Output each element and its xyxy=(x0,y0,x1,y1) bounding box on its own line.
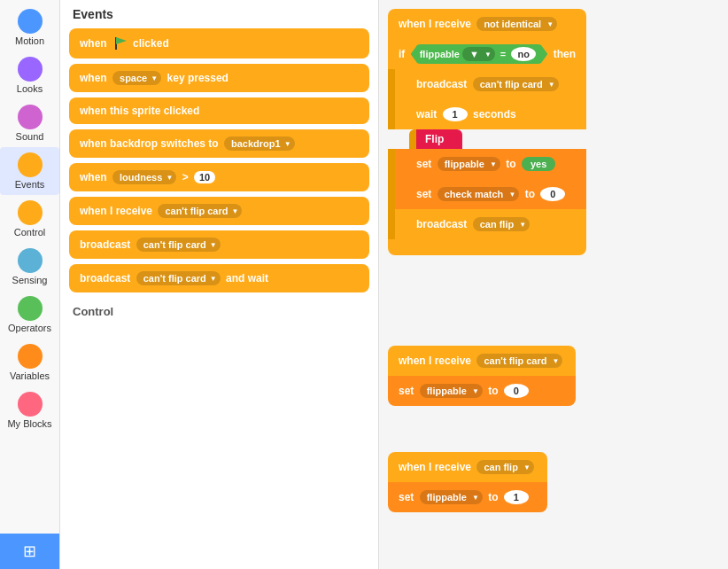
canvas-group-3: when I receive can flip set flippable to… xyxy=(388,452,547,512)
flippable-to-0[interactable]: 0 xyxy=(504,384,529,398)
sidebar-label-looks: Looks xyxy=(17,83,43,94)
variables-dot xyxy=(18,344,43,369)
when-sprite-block[interactable]: when this sprite clicked xyxy=(69,97,369,124)
sidebar-label-sound: Sound xyxy=(16,131,44,142)
broadcast-block[interactable]: broadcast can't flip card xyxy=(69,230,369,259)
svg-marker-1 xyxy=(116,37,127,44)
control-dot xyxy=(18,200,43,225)
sidebar-item-variables[interactable]: Variables xyxy=(0,339,59,386)
canvas-if-block[interactable]: if flippable ▼ = no then xyxy=(388,39,586,69)
backdrop-dropdown[interactable]: backdrop1 xyxy=(224,136,295,151)
canvas-broadcast-dd-1[interactable]: can't flip card xyxy=(473,77,559,91)
canvas-broadcast-1[interactable]: broadcast can't flip card xyxy=(388,69,586,99)
looks-dot xyxy=(18,57,43,82)
canvas-receive-dd-2[interactable]: can't flip card xyxy=(476,354,562,368)
set-checkmatch-dd[interactable]: check match xyxy=(438,187,520,201)
if-end-cap xyxy=(388,239,586,255)
loudness-dropdown[interactable]: loudness xyxy=(112,170,176,184)
control-section-title: Control xyxy=(73,305,369,318)
canvas-when-receive-2[interactable]: when I receive can't flip card xyxy=(388,346,576,376)
when-receive-block[interactable]: when I receive can't flip card xyxy=(69,197,369,225)
flippable-dropdown[interactable]: ▼ xyxy=(462,47,495,61)
sidebar-item-myblocks[interactable]: My Blocks xyxy=(0,386,59,434)
sidebar-item-motion[interactable]: Motion xyxy=(0,4,59,51)
sidebar-item-operators[interactable]: Operators xyxy=(0,291,59,339)
motion-dot xyxy=(18,9,43,34)
checkmatch-value[interactable]: 0 xyxy=(540,187,565,201)
broadcast-dropdown[interactable]: can't flip card xyxy=(136,238,221,252)
sidebar-item-looks[interactable]: Looks xyxy=(0,51,59,99)
sidebar: Motion Looks Sound Events Control Sensin… xyxy=(0,0,60,569)
bottom-toolbar[interactable]: ⊞ xyxy=(0,534,59,569)
flip-label: Flip xyxy=(409,129,462,149)
loudness-value[interactable]: 10 xyxy=(194,171,215,183)
sidebar-label-myblocks: My Blocks xyxy=(7,418,51,429)
space-dropdown[interactable]: space xyxy=(112,71,161,85)
canvas-receive-dd-3[interactable]: can flip xyxy=(476,460,534,474)
blocks-icon: ⊞ xyxy=(23,542,36,561)
sidebar-label-events: Events xyxy=(15,179,45,190)
sidebar-item-events[interactable]: Events xyxy=(0,147,59,195)
sidebar-label-sensing: Sensing xyxy=(12,275,48,285)
when-flag-text: when xyxy=(80,37,110,50)
canvas-group-1: when I receive not identical if flippabl… xyxy=(388,9,586,255)
canvas-group-2: when I receive can't flip card set flipp… xyxy=(388,346,576,406)
canvas-broadcast-canflip[interactable]: broadcast can flip xyxy=(388,209,586,239)
canvas-when-receive-1[interactable]: when I receive not identical xyxy=(388,9,586,39)
sensing-dot xyxy=(18,248,43,273)
sound-dot xyxy=(18,105,43,129)
canvas-set-flippable-1[interactable]: set flippable to yes xyxy=(388,149,586,179)
when-flag-block[interactable]: when clicked xyxy=(69,28,369,58)
sidebar-label-operators: Operators xyxy=(8,323,51,333)
sidebar-label-motion: Motion xyxy=(15,35,44,46)
canvas-set-checkmatch[interactable]: set check match to 0 xyxy=(388,179,586,209)
set-flippable-dd-3[interactable]: flippable xyxy=(420,490,483,504)
canvas-set-flippable-3[interactable]: set flippable to 1 xyxy=(388,482,547,512)
when-flag-clicked: clicked xyxy=(133,37,169,50)
flippable-condition: flippable ▼ = no xyxy=(411,44,548,64)
canvas-wait-1[interactable]: wait 1 seconds xyxy=(388,99,586,129)
operators-dot xyxy=(18,296,43,321)
flag-icon xyxy=(113,35,129,51)
block-panel: Events when clicked when space key press… xyxy=(60,0,379,569)
set-flippable-dd-2[interactable]: flippable xyxy=(420,384,483,398)
wait-value[interactable]: 1 xyxy=(443,107,468,121)
set-flippable-dd[interactable]: flippable xyxy=(438,157,500,171)
sidebar-label-control: Control xyxy=(14,227,45,238)
panel-title: Events xyxy=(69,7,369,21)
flippable-to-1[interactable]: 1 xyxy=(504,490,529,504)
receive-dropdown[interactable]: can't flip card xyxy=(158,204,242,218)
broadcast-wait-block[interactable]: broadcast can't flip card and wait xyxy=(69,264,369,292)
sidebar-item-sound[interactable]: Sound xyxy=(0,99,59,147)
sidebar-item-sensing[interactable]: Sensing xyxy=(0,243,59,291)
canvas-area: when I receive not identical if flippabl… xyxy=(379,0,728,569)
myblocks-dot xyxy=(18,392,43,417)
sidebar-item-control[interactable]: Control xyxy=(0,195,59,243)
canvas-when-receive-3[interactable]: when I receive can flip xyxy=(388,452,547,482)
when-loudness-block[interactable]: when loudness > 10 xyxy=(69,163,369,191)
when-key-block[interactable]: when space key pressed xyxy=(69,64,369,92)
sidebar-label-variables: Variables xyxy=(10,370,50,381)
when-backdrop-block[interactable]: when backdrop switches to backdrop1 xyxy=(69,129,369,158)
broadcast-wait-dropdown[interactable]: can't flip card xyxy=(136,271,221,285)
broadcast-canflip-dd[interactable]: can flip xyxy=(473,217,531,231)
canvas-receive-dropdown-1[interactable]: not identical xyxy=(476,17,557,31)
condition-value[interactable]: no xyxy=(511,47,536,61)
flippable-to-yes[interactable]: yes xyxy=(522,157,555,171)
events-dot xyxy=(18,152,43,177)
canvas-set-flippable-2[interactable]: set flippable to 0 xyxy=(388,376,576,406)
